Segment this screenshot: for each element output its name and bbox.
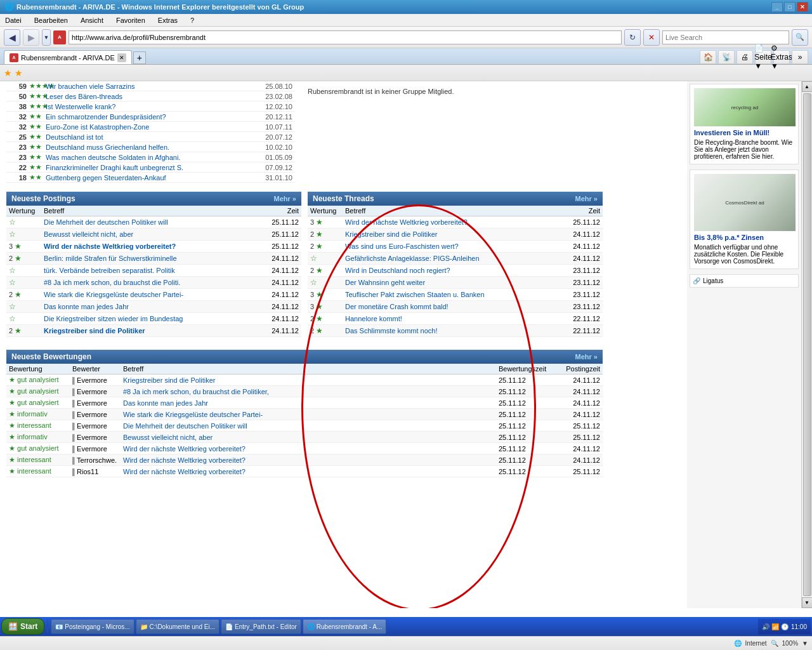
taskbar-item[interactable]: 📧Posteingang - Micros... (51, 619, 134, 634)
tab-close-button[interactable]: ✕ (117, 53, 126, 62)
thread-title-cell[interactable]: Hannelore kommt! (345, 315, 562, 322)
thread-title[interactable]: Finanzkrimineller Draghi kauft unbegrenz… (46, 164, 246, 171)
thread-link[interactable]: Guttenberg gegen Steuerdaten-Ankauf (46, 174, 166, 182)
posting-link[interactable]: #8 Ja ich merk schon, du brauchst die Po… (44, 279, 180, 286)
thread-link[interactable]: Was machen deutsche Soldaten in Afghani. (46, 154, 180, 161)
posting-link[interactable]: Das konnte man jedes Jahr (44, 303, 129, 310)
ad-cosmos-image[interactable]: CosmosDirekt ad (694, 174, 796, 231)
posting-link[interactable]: Die Mehrheit der deutschen Politiker wil… (44, 218, 168, 226)
thread-title-cell[interactable]: Das Schlimmste kommt noch! (345, 327, 562, 335)
posting-title[interactable]: Berlin: milde Strafen für Schwerstkrimin… (44, 255, 261, 262)
thread-title[interactable]: Wir brauchen viele Sarrazins (46, 83, 246, 90)
postings-mehr-link[interactable]: Mehr » (274, 195, 296, 202)
posting-title[interactable]: Wie stark die Kriegsgelüste deutscher Pa… (44, 291, 261, 298)
menu-favoriten[interactable]: Favoriten (114, 15, 148, 25)
posting-link[interactable]: Wird der nächste Weltkrieg vorbereitet? (44, 242, 176, 250)
menu-ansicht[interactable]: Ansicht (78, 15, 106, 25)
bew-betreff-link[interactable]: #8 Ja ich merk schon, du brauchst die Po… (123, 388, 269, 395)
thread-link[interactable]: Wird der nächste Weltkrieg vorbereitet? (345, 218, 468, 226)
restore-button[interactable]: □ (784, 2, 796, 12)
forward-button[interactable]: ▶ (23, 29, 39, 46)
thread-link[interactable]: Was sind uns Euro-Faschisten wert? (345, 242, 459, 250)
thread-link[interactable]: Leser des Bären-threads (46, 93, 122, 100)
bew-betreff[interactable]: Wie stark die Kriegsgelüste deutscher Pa… (123, 411, 499, 418)
posting-title[interactable]: #8 Ja ich merk schon, du brauchst die Po… (44, 279, 261, 286)
ad-recycling-image[interactable]: recycling ad (694, 88, 796, 126)
bew-betreff[interactable]: Das konnte man jedes Jahr (123, 399, 499, 407)
thread-link[interactable]: Kriegstreiber sind die Politiker (345, 230, 438, 238)
posting-link[interactable]: Die Kriegstreiber sitzen wieder im Bunde… (44, 315, 183, 322)
thread-link[interactable]: Das Schlimmste kommt noch! (345, 327, 437, 335)
bew-betreff-link[interactable]: Wie stark die Kriegsgelüste deutscher Pa… (123, 411, 263, 418)
thread-link[interactable]: Hannelore kommt! (345, 315, 402, 322)
posting-link[interactable]: Wie stark die Kriegsgelüste deutscher Pa… (44, 291, 183, 298)
bew-betreff-link[interactable]: Wird der nächste Weltkrieg vorbereitet? (123, 445, 246, 453)
scroll-thumb[interactable] (803, 93, 811, 596)
posting-link[interactable]: Kriegstreiber sind die Politiker (44, 327, 145, 335)
thread-title-cell[interactable]: Gefährlichste Anlageklasse: PIGS-Anleihe… (345, 255, 562, 262)
bewertungen-mehr-link[interactable]: Mehr » (575, 353, 598, 361)
bew-betreff-link[interactable]: Wird der nächste Weltkrieg vorbereitet? (123, 468, 246, 475)
content-area[interactable]: 59 ★★★★ Wir brauchen viele Sarrazins 25.… (0, 81, 687, 608)
thread-title-cell[interactable]: Der monetäre Crash kommt bald! (345, 303, 562, 310)
posting-link[interactable]: türk. Verbände betreiben separatist. Pol… (44, 267, 175, 274)
bew-betreff-link[interactable]: Kriegstreiber sind die Politiker (123, 376, 216, 384)
posting-title[interactable]: türk. Verbände betreiben separatist. Pol… (44, 267, 261, 274)
taskbar-item[interactable]: 🌐Rubensrembrandt - A... (303, 619, 386, 634)
search-button[interactable]: 🔍 (792, 29, 808, 46)
bew-betreff-link[interactable]: Bewusst vielleicht nicht, aber (123, 434, 213, 441)
print-button[interactable]: 🖨 (737, 50, 753, 64)
thread-title[interactable]: Deutschland muss Griechenland helfen. (46, 143, 246, 151)
thread-link[interactable]: Wir brauchen viele Sarrazins (46, 83, 135, 90)
dropdown-button[interactable]: ▼ (42, 29, 51, 46)
scrollbar[interactable]: ▲ ▼ (801, 81, 812, 608)
bew-betreff-link[interactable]: Wird der nächste Weltkrieg vorbereitet? (123, 456, 246, 464)
bew-betreff[interactable]: Kriegstreiber sind die Politiker (123, 376, 499, 384)
thread-link[interactable]: Ein schmarotzender Bundespräsident? (46, 113, 166, 121)
new-tab-button[interactable]: + (133, 51, 146, 64)
page-button[interactable]: 📄 Seite ▼ (755, 50, 771, 64)
home-button[interactable]: 🏠 (700, 50, 716, 64)
menu-bearbeiten[interactable]: Bearbeiten (32, 15, 70, 25)
bew-betreff[interactable]: Wird der nächste Weltkrieg vorbereitet? (123, 445, 499, 453)
thread-title[interactable]: Guttenberg gegen Steuerdaten-Ankauf (46, 174, 246, 182)
address-input[interactable] (69, 30, 622, 44)
bew-betreff-link[interactable]: Die Mehrheit der deutschen Politiker wil… (123, 422, 247, 430)
zoom-dropdown-icon[interactable]: ▼ (802, 640, 808, 647)
thread-title-cell[interactable]: Teuflischer Pakt zwischen Staaten u. Ban… (345, 291, 562, 298)
posting-title[interactable]: Die Mehrheit der deutschen Politiker wil… (44, 218, 261, 226)
menu-help[interactable]: ? (188, 15, 197, 25)
thread-link[interactable]: Der Wahnsinn geht weiter (345, 279, 425, 286)
thread-title[interactable]: Was machen deutsche Soldaten in Afghani. (46, 154, 246, 161)
thread-title-cell[interactable]: Wird in Deutschland noch regiert? (345, 267, 562, 274)
taskbar-item[interactable]: 📁C:\Dokumente und Ei... (136, 619, 219, 634)
menu-extras[interactable]: Extras (155, 15, 180, 25)
thread-title-cell[interactable]: Wird der nächste Weltkrieg vorbereitet? (345, 218, 562, 226)
thread-link[interactable]: Euro-Zone ist Katastrophen-Zone (46, 123, 149, 131)
back-button[interactable]: ◀ (4, 29, 20, 46)
bew-betreff[interactable]: Wird der nächste Weltkrieg vorbereitet? (123, 468, 499, 475)
thread-title[interactable]: Euro-Zone ist Katastrophen-Zone (46, 123, 246, 131)
threads-mehr-link[interactable]: Mehr » (575, 195, 598, 202)
scroll-up-button[interactable]: ▲ (802, 81, 813, 92)
thread-title[interactable]: Leser des Bären-threads (46, 93, 246, 100)
thread-link[interactable]: Teuflischer Pakt zwischen Staaten u. Ban… (345, 291, 485, 298)
menu-datei[interactable]: Datei (3, 15, 24, 25)
close-button[interactable]: ✕ (797, 2, 808, 12)
thread-title-cell[interactable]: Was sind uns Euro-Faschisten wert? (345, 242, 562, 250)
feeds-button[interactable]: 📡 (718, 50, 735, 64)
bew-betreff-link[interactable]: Das konnte man jedes Jahr (123, 399, 208, 407)
thread-title[interactable]: Deutschland ist tot (46, 133, 246, 141)
thread-link[interactable]: Finanzkrimineller Draghi kauft unbegrenz… (46, 164, 183, 171)
more-button[interactable]: » (792, 50, 808, 64)
posting-title[interactable]: Die Kriegstreiber sitzen wieder im Bunde… (44, 315, 261, 322)
posting-title[interactable]: Wird der nächste Weltkrieg vorbereitet? (44, 242, 261, 250)
thread-link[interactable]: Der monetäre Crash kommt bald! (345, 303, 449, 310)
bew-betreff[interactable]: #8 Ja ich merk schon, du brauchst die Po… (123, 388, 499, 395)
extras-button[interactable]: ⚙ Extras ▼ (773, 50, 790, 64)
thread-link[interactable]: Deutschland muss Griechenland helfen. (46, 143, 169, 151)
posting-title[interactable]: Das konnte man jedes Jahr (44, 303, 261, 310)
posting-title[interactable]: Bewusst vielleicht nicht, aber (44, 230, 261, 238)
thread-link[interactable]: Wird in Deutschland noch regiert? (345, 267, 450, 274)
bew-betreff[interactable]: Die Mehrheit der deutschen Politiker wil… (123, 422, 499, 430)
